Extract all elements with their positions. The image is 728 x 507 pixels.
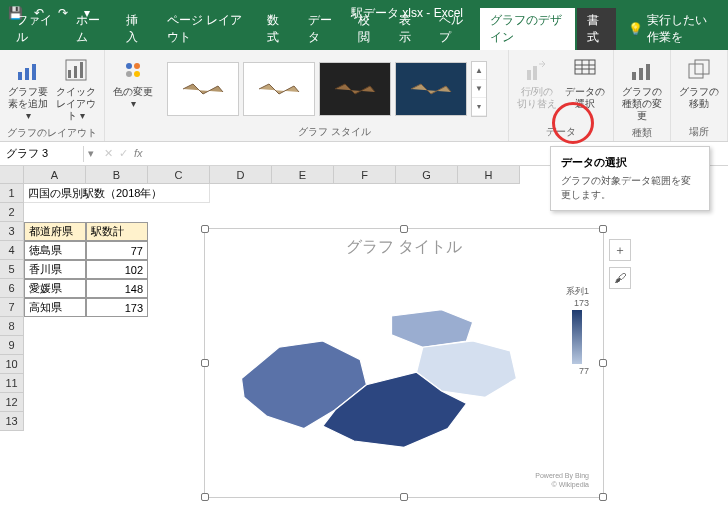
- cancel-formula-icon[interactable]: ✕: [104, 147, 113, 160]
- row-header-1[interactable]: 1: [0, 184, 24, 203]
- chart-style-3[interactable]: [319, 62, 391, 116]
- cell-B5[interactable]: 102: [86, 260, 148, 279]
- chart-style-4[interactable]: [395, 62, 467, 116]
- plus-icon: ＋: [614, 242, 626, 259]
- cell-A7[interactable]: 高知県: [24, 298, 86, 317]
- resize-handle[interactable]: [201, 493, 209, 501]
- chevron-down-icon[interactable]: ▼: [472, 80, 486, 98]
- row-header-10[interactable]: 10: [0, 355, 24, 374]
- col-header-F[interactable]: F: [334, 166, 396, 184]
- quick-layout-button[interactable]: クイックレイアウト ▾: [54, 54, 98, 124]
- cell-A4[interactable]: 徳島県: [24, 241, 86, 260]
- chart-title[interactable]: グラフ タイトル: [205, 229, 603, 266]
- row-header-12[interactable]: 12: [0, 393, 24, 412]
- resize-handle[interactable]: [201, 359, 209, 367]
- expand-gallery-icon[interactable]: ▾: [472, 98, 486, 116]
- cell-B4[interactable]: 77: [86, 241, 148, 260]
- tab-home[interactable]: ホーム: [66, 8, 114, 50]
- svg-point-8: [134, 63, 140, 69]
- svg-rect-6: [80, 62, 83, 78]
- cell-A5[interactable]: 香川県: [24, 260, 86, 279]
- svg-rect-0: [18, 72, 22, 80]
- col-header-E[interactable]: E: [272, 166, 334, 184]
- ribbon-group-data: 行/列の切り替え データの選択 データ: [509, 50, 614, 141]
- select-data-button[interactable]: データの選択: [563, 54, 607, 112]
- cell-B6[interactable]: 148: [86, 279, 148, 298]
- legend-min: 77: [566, 366, 589, 376]
- col-header-C[interactable]: C: [148, 166, 210, 184]
- cell-A1[interactable]: 四国の県別駅数（2018年）: [24, 184, 210, 203]
- row-header-4[interactable]: 4: [0, 241, 24, 260]
- chart-object[interactable]: グラフ タイトル 系列1 173 77 Powered By Bing © Wi…: [204, 228, 604, 498]
- svg-point-9: [126, 71, 132, 77]
- chart-styles-button[interactable]: 🖌: [609, 267, 631, 289]
- cell-B7[interactable]: 173: [86, 298, 148, 317]
- tab-data[interactable]: データ: [298, 8, 346, 50]
- tab-view[interactable]: 表示: [389, 8, 428, 50]
- tell-me[interactable]: 💡 実行したい作業を: [618, 8, 728, 50]
- row-header-6[interactable]: 6: [0, 279, 24, 298]
- name-box-dropdown-icon[interactable]: ▾: [84, 147, 98, 160]
- style-gallery-expand[interactable]: ▲ ▼ ▾: [471, 61, 487, 117]
- worksheet-area[interactable]: A B C D E F G H 1 2 3 4 5 6 7 8 9 10 11 …: [0, 166, 728, 507]
- chart-elements-button[interactable]: ＋: [609, 239, 631, 261]
- svg-rect-11: [527, 70, 531, 80]
- row-header-11[interactable]: 11: [0, 374, 24, 393]
- svg-rect-12: [533, 66, 537, 80]
- fx-icon[interactable]: fx: [134, 147, 143, 160]
- select-all-corner[interactable]: [0, 166, 24, 184]
- col-header-A[interactable]: A: [24, 166, 86, 184]
- svg-rect-1: [25, 68, 29, 80]
- col-header-B[interactable]: B: [86, 166, 148, 184]
- name-box[interactable]: [0, 146, 84, 162]
- add-chart-element-button[interactable]: グラフ要素を追加 ▾: [6, 54, 50, 124]
- change-colors-button[interactable]: 色の変更 ▾: [111, 54, 155, 112]
- svg-rect-19: [639, 68, 643, 80]
- cell-A6[interactable]: 愛媛県: [24, 279, 86, 298]
- resize-handle[interactable]: [599, 225, 607, 233]
- svg-rect-18: [632, 72, 636, 80]
- row-header-5[interactable]: 5: [0, 260, 24, 279]
- chart-style-1[interactable]: [167, 62, 239, 116]
- quick-layout-icon: [62, 56, 90, 84]
- move-chart-button[interactable]: グラフの移動: [677, 54, 721, 112]
- tab-formulas[interactable]: 数式: [257, 8, 296, 50]
- col-header-H[interactable]: H: [458, 166, 520, 184]
- cell-A3[interactable]: 都道府県: [24, 222, 86, 241]
- resize-handle[interactable]: [400, 225, 408, 233]
- resize-handle[interactable]: [201, 225, 209, 233]
- resize-handle[interactable]: [599, 359, 607, 367]
- map-chart[interactable]: [205, 266, 603, 466]
- svg-point-7: [126, 63, 132, 69]
- ribbon-group-colors: 色の変更 ▾: [105, 50, 161, 141]
- tab-review[interactable]: 校閲: [348, 8, 387, 50]
- switch-rowcol-icon: [523, 56, 551, 84]
- chevron-up-icon[interactable]: ▲: [472, 62, 486, 80]
- lightbulb-icon: 💡: [628, 22, 643, 36]
- resize-handle[interactable]: [599, 493, 607, 501]
- resize-handle[interactable]: [400, 493, 408, 501]
- tab-file[interactable]: ファイル: [6, 8, 64, 50]
- tab-chart-design[interactable]: グラフのデザイン: [480, 8, 575, 50]
- tab-page-layout[interactable]: ページ レイアウト: [157, 8, 255, 50]
- row-header-7[interactable]: 7: [0, 298, 24, 317]
- row-header-9[interactable]: 9: [0, 336, 24, 355]
- row-header-3[interactable]: 3: [0, 222, 24, 241]
- accept-formula-icon[interactable]: ✓: [119, 147, 128, 160]
- col-header-D[interactable]: D: [210, 166, 272, 184]
- row-header-13[interactable]: 13: [0, 412, 24, 431]
- tab-help[interactable]: ヘルプ: [429, 8, 477, 50]
- change-chart-type-button[interactable]: グラフの種類の変更: [620, 54, 664, 124]
- svg-rect-22: [695, 60, 709, 74]
- move-chart-icon: [685, 56, 713, 84]
- col-header-G[interactable]: G: [396, 166, 458, 184]
- tab-insert[interactable]: 挿入: [116, 8, 155, 50]
- tab-format[interactable]: 書式: [577, 8, 616, 50]
- chart-style-gallery[interactable]: ▲ ▼ ▾: [167, 54, 502, 123]
- chart-style-2[interactable]: [243, 62, 315, 116]
- row-header-8[interactable]: 8: [0, 317, 24, 336]
- cell-B3[interactable]: 駅数計: [86, 222, 148, 241]
- legend-series-name: 系列1: [566, 285, 589, 298]
- ribbon: グラフ要素を追加 ▾ クイックレイアウト ▾ グラフのレイアウト 色の変更 ▾: [0, 50, 728, 142]
- row-header-2[interactable]: 2: [0, 203, 24, 222]
